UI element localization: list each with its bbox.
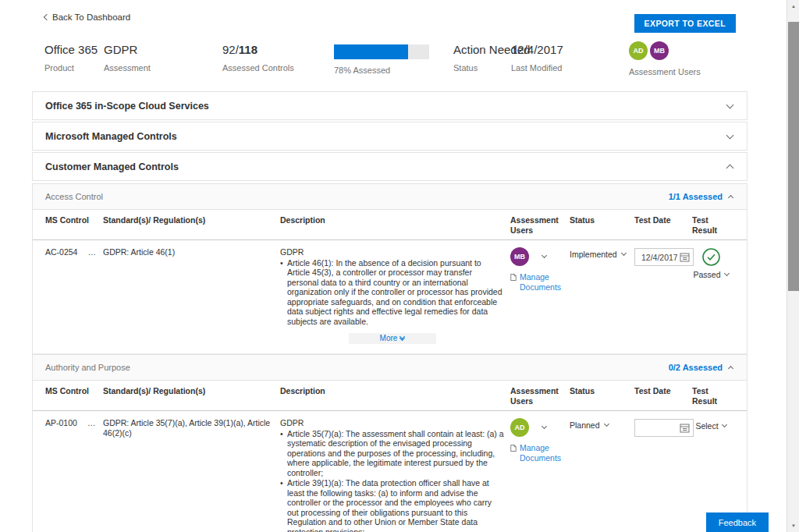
column-header-test-result: Test Result — [692, 210, 736, 239]
section-title: Office 365 in-Scope Cloud Services — [45, 101, 209, 112]
manage-documents-link[interactable]: Manage Documents — [510, 272, 563, 293]
last-modified-value: 12/4/2017 — [511, 43, 563, 56]
group-name: Authority and Purpose — [45, 363, 130, 372]
control-id: AC-0254 — [45, 247, 77, 349]
passed-check-icon — [701, 247, 721, 267]
calendar-icon[interactable] — [680, 423, 690, 433]
avatar[interactable]: MB — [650, 41, 669, 60]
chevron-down-icon[interactable] — [542, 424, 547, 429]
manage-documents-label: Manage Documents — [520, 443, 563, 463]
assessed-controls-value: 92/118 — [222, 43, 294, 56]
table-row: AC-0254 … GDPR: Article 46(1) GDPR Artic… — [33, 240, 747, 354]
group-bar-authority-and-purpose: Authority and Purpose 0/2 Assessed — [32, 354, 748, 381]
row-menu-button[interactable]: … — [87, 247, 97, 349]
group-collapse-toggle[interactable]: 1/1 Assessed — [669, 192, 733, 201]
control-id: AP-0100 — [45, 418, 77, 532]
avatar[interactable]: MB — [510, 247, 529, 266]
description-bullets: Article 46(1): In the absence of a decis… — [280, 258, 504, 327]
section-microsoft-managed-controls[interactable]: Microsoft Managed Controls — [32, 122, 748, 151]
export-to-excel-button[interactable]: EXPORT TO EXCEL — [634, 14, 736, 33]
description-cell: GDPR Article 46(1): In the absence of a … — [280, 240, 510, 353]
test-date-input-wrapper — [634, 419, 694, 437]
table-header-row: MS Control Standard(s)/ Regulation(s) De… — [33, 210, 747, 240]
group-assessed-count: 0/2 Assessed — [669, 363, 723, 372]
avatar[interactable]: AD — [510, 418, 529, 437]
progress-bar — [334, 44, 429, 59]
chevron-down-icon[interactable] — [542, 253, 547, 258]
test-result-value: Passed — [693, 270, 720, 280]
standards-cell: GDPR: Article 35(7)(a), Article 39(1)(a)… — [103, 411, 280, 532]
test-date-input-wrapper — [634, 248, 694, 266]
double-chevron-down-icon — [400, 337, 404, 340]
column-header-assessment-users: Assessment Users — [510, 381, 570, 410]
row-menu-button[interactable]: … — [87, 418, 97, 532]
metric-last-modified: 12/4/2017 Last Modified — [511, 43, 563, 73]
chevron-down-icon — [604, 421, 609, 427]
test-date-cell — [634, 240, 692, 353]
chevron-left-icon — [44, 14, 50, 20]
manage-documents-label: Manage Documents — [520, 272, 563, 293]
column-header-test-date: Test Date — [634, 381, 692, 410]
group-collapse-toggle[interactable]: 0/2 Assessed — [669, 363, 733, 372]
description-cell: GDPR Article 35(7)(a): The assessment sh… — [280, 411, 510, 532]
column-header-description: Description — [280, 210, 510, 239]
controls-table-access-control: MS Control Standard(s)/ Regulation(s) De… — [32, 210, 748, 354]
vertical-scrollbar[interactable]: ▲ ▼ — [787, 0, 799, 532]
description-bullets: Article 35(7)(a): The assessment shall c… — [280, 429, 504, 532]
section-customer-managed-controls[interactable]: Customer Managed Controls — [32, 152, 748, 181]
last-modified-label: Last Modified — [511, 63, 563, 73]
standards-cell: GDPR: Article 46(1) — [103, 240, 280, 353]
assessment-users-cell: AD Manage Documents — [510, 411, 570, 532]
chevron-up-icon — [728, 195, 733, 200]
test-result-dropdown[interactable]: Passed — [692, 240, 736, 353]
manage-documents-link[interactable]: Manage Documents — [510, 443, 563, 463]
column-header-standards: Standard(s)/ Regulation(s) — [103, 210, 280, 239]
assessment-page: Back To Dashboard EXPORT TO EXCEL Office… — [0, 0, 799, 532]
column-header-standards: Standard(s)/ Regulation(s) — [103, 381, 280, 410]
group-assessed-count: 1/1 Assessed — [669, 192, 723, 201]
chevron-up-icon — [726, 164, 734, 172]
back-to-dashboard-link[interactable]: Back To Dashboard — [44, 12, 130, 22]
description-bullet: Article 46(1): In the absence of a decis… — [280, 258, 504, 327]
more-label: More — [380, 334, 398, 344]
test-result-value: Select — [695, 421, 718, 431]
chevron-down-icon — [723, 271, 729, 276]
assessment-users-label: Assessment Users — [629, 67, 701, 76]
controls-accordion: Office 365 in-Scope Cloud Services Micro… — [32, 91, 748, 532]
section-office365-in-scope[interactable]: Office 365 in-Scope Cloud Services — [32, 91, 748, 120]
scroll-down-arrow-icon[interactable]: ▼ — [787, 520, 799, 532]
controls-table-authority-and-purpose: MS Control Standard(s)/ Regulation(s) De… — [32, 381, 748, 532]
section-title: Microsoft Managed Controls — [45, 131, 177, 142]
progress-bar-fill — [334, 44, 408, 59]
test-date-cell — [634, 411, 692, 532]
calendar-icon[interactable] — [680, 252, 690, 262]
chevron-down-icon — [726, 131, 734, 139]
chevron-up-icon — [728, 366, 733, 371]
column-header-test-result: Test Result — [692, 381, 736, 410]
description-title: GDPR — [280, 418, 504, 428]
metric-assessed-controls: 92/118 Assessed Controls — [222, 43, 294, 73]
description-title: GDPR — [280, 247, 504, 257]
group-name: Access Control — [45, 192, 103, 201]
column-header-description: Description — [280, 381, 510, 410]
avatar[interactable]: AD — [629, 41, 648, 60]
description-bullet: Article 39(1)(a): The data protection of… — [280, 478, 504, 532]
scrollbar-thumb[interactable] — [788, 22, 799, 291]
column-header-ms-control: MS Control — [45, 210, 103, 239]
chevron-down-icon — [621, 250, 627, 256]
assessment-summary: Office 365 Product GDPR Assessment 92/11… — [44, 43, 747, 78]
status-dropdown[interactable]: Implemented — [570, 240, 634, 353]
feedback-button[interactable]: Feedback — [706, 512, 769, 532]
table-header-row: MS Control Standard(s)/ Regulation(s) De… — [33, 381, 747, 411]
ms-control-cell: AP-0100 … — [45, 411, 103, 532]
scroll-up-arrow-icon[interactable]: ▲ — [787, 0, 799, 12]
metric-assessment-users: AD MB Assessment Users — [629, 43, 701, 76]
status-dropdown[interactable]: Planned — [570, 411, 634, 532]
document-icon — [510, 443, 517, 453]
more-button[interactable]: More — [349, 333, 436, 344]
assessment-value: GDPR — [104, 43, 151, 56]
back-link-label: Back To Dashboard — [52, 12, 130, 22]
ms-control-cell: AC-0254 … — [45, 240, 103, 353]
assessment-label: Assessment — [104, 63, 151, 73]
assessed-controls-label: Assessed Controls — [222, 63, 294, 73]
